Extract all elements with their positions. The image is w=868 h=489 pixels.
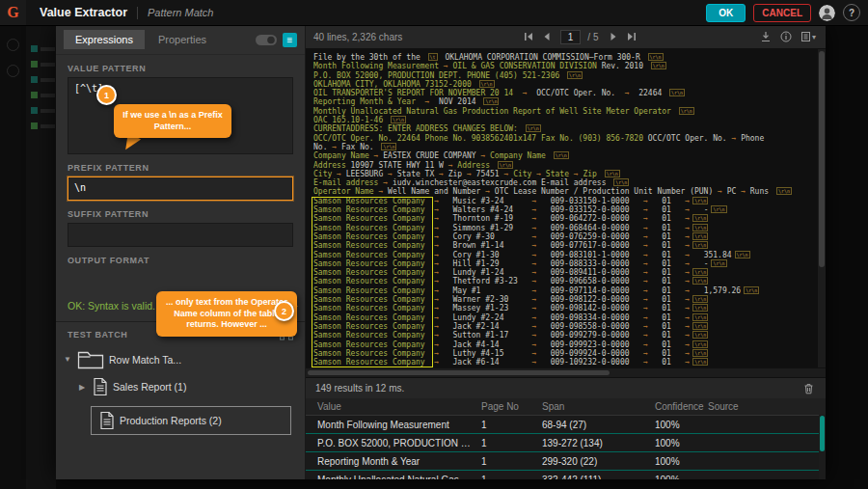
result-row[interactable]: P.O. BOX 52000, PRODUCTION DEPT. PHO...1…: [306, 434, 826, 452]
document-line: Samson Resources Company → Massey #1-23 …: [313, 304, 818, 312]
result-cell-confidence: 100%: [655, 475, 708, 479]
result-cell-page: 1: [481, 456, 542, 467]
result-cell-confidence: 100%: [655, 456, 708, 467]
results-table: Value Page No Span Confidence Source Mon…: [306, 398, 826, 479]
tree-item-batch-folder[interactable]: ▼ Row Match Ta...: [56, 349, 305, 369]
cancel-button[interactable]: CANCEL: [753, 4, 811, 22]
first-page-icon[interactable]: [522, 32, 535, 41]
tree-item-production-reports[interactable]: Production Reports (2): [91, 406, 291, 435]
next-page-icon[interactable]: [607, 32, 620, 41]
highlight-mode-icon[interactable]: ≡: [283, 33, 297, 47]
scrollbar-thumb[interactable]: [820, 416, 825, 451]
tab-expressions[interactable]: Expressions: [64, 30, 145, 49]
document-line: E-mail address → iudv.winchester@eastexc…: [313, 178, 818, 187]
app-logo-letter: G: [7, 4, 18, 21]
info-icon[interactable]: [778, 31, 794, 42]
results-header: Value Page No Span Confidence Source: [306, 398, 826, 416]
toggle-icon[interactable]: [256, 35, 277, 45]
column-header-page-no[interactable]: Page No: [481, 401, 542, 412]
result-cell-confidence: 100%: [655, 420, 708, 430]
chevron-right-icon[interactable]: ▶: [79, 383, 88, 392]
prefix-pattern-label: PREFIX PATTERN: [68, 163, 293, 173]
document-line: Samson Resources Company → Thornton #-19…: [313, 214, 818, 223]
document-line: Samson Resources Company → Simmons #1-29…: [313, 224, 818, 232]
pages-menu-icon[interactable]: ▾: [799, 31, 818, 42]
value-extractor-dialog: Expressions Properties ≡ VALUE PATTERN […: [56, 25, 826, 479]
scrollbar-thumb[interactable]: [819, 51, 825, 267]
tree-item-label: Production Reports (2): [120, 415, 222, 426]
result-row[interactable]: Month Following Measurement168-94 (27)10…: [306, 416, 826, 434]
document-line: OCC/OTC Oper. No. 22464 Phone No. 903856…: [313, 134, 818, 143]
prev-page-icon[interactable]: [540, 32, 554, 41]
background-tree-item: [31, 45, 56, 52]
result-cell-page: 1: [481, 475, 542, 479]
column-header-confidence[interactable]: Confidence: [655, 401, 708, 412]
document-line: Samson Resources Company → Luthy #4-15 →…: [313, 349, 818, 358]
document-line: OIL TRANSPORTER'S REPORT FOR NOVEMBER 20…: [313, 89, 818, 97]
viewer-vscrollbar[interactable]: [818, 49, 826, 367]
last-page-icon[interactable]: [625, 32, 638, 41]
tree-item-sales-report[interactable]: ▶ Sales Report (1): [56, 377, 305, 396]
document-line: Samson Resources Company → Cory #1-30 → …: [313, 251, 818, 259]
result-cell-value: Monthly Unallocated Natural Gas Producti…: [317, 475, 481, 479]
output-format-input[interactable]: [56, 269, 305, 288]
value-pattern-label: VALUE PATTERN: [68, 64, 293, 73]
trash-icon[interactable]: [801, 383, 816, 394]
background-tree-item: [31, 76, 56, 83]
title-divider: [137, 7, 138, 19]
tree-item-label: Sales Report (1): [113, 381, 186, 393]
page-number-input[interactable]: 1: [560, 30, 582, 44]
viewer-hscrollbar[interactable]: [306, 367, 826, 377]
result-row[interactable]: Reporting Month & Year1299-320 (22)100%: [306, 452, 826, 471]
document-line: Samson Resources Company → Sutton #1-17 …: [313, 331, 818, 340]
column-header-source[interactable]: Source: [708, 401, 826, 412]
titlebar-actions: OK CANCEL ?: [706, 4, 868, 22]
document-line: Samson Resources Company → Cory #-30 → 0…: [313, 232, 818, 241]
document-viewer[interactable]: File by the 30th of the \t OKLAHOMA CORP…: [306, 49, 826, 367]
results-status-bar: 149 results in 12 ms.: [306, 377, 826, 398]
document-line: Monthly Unallocated Natural Gas Producti…: [313, 107, 818, 116]
expressions-panel: Expressions Properties ≡ VALUE PATTERN […: [56, 25, 306, 479]
column-header-span[interactable]: Span: [542, 401, 655, 412]
document-line: P.O. BOX 52000, PRODUCTION DEPT. PHONE (…: [313, 71, 818, 80]
test-batch-tree: ▼ Row Match Ta... ▶ Sales Report (1) Pro…: [56, 345, 305, 479]
document-line: Samson Resources Company → Lundy #2-24 →…: [313, 313, 818, 322]
results-scrollbar[interactable]: [819, 415, 826, 479]
document-line: Reporting Month & Year → NOV 2014 \r\n: [313, 97, 818, 106]
results-count: 149 results in 12 ms.: [315, 383, 404, 394]
download-icon[interactable]: [758, 31, 773, 42]
user-avatar-icon[interactable]: [819, 5, 835, 21]
chevron-down-icon[interactable]: ▼: [64, 355, 72, 364]
result-cell-confidence: 100%: [655, 438, 708, 448]
background-tree-item: [31, 61, 56, 68]
scrollbar-thumb[interactable]: [308, 370, 610, 375]
output-format-label: OUTPUT FORMAT: [68, 256, 293, 265]
result-cell-span: 68-94 (27): [542, 420, 655, 430]
result-cell-page: 1: [481, 438, 542, 448]
result-cell-value: P.O. BOX 52000, PRODUCTION DEPT. PHO...: [317, 438, 481, 448]
suffix-pattern-input[interactable]: [68, 223, 293, 247]
app-logo[interactable]: G: [0, 0, 26, 25]
document-line: CURRENTADDRESS: ENTER ADDRESS CHANGES BE…: [313, 124, 818, 133]
title-bar: G Value Extractor Pattern Match OK CANCE…: [0, 0, 868, 26]
dialog-title: Value Extractor: [40, 6, 127, 19]
ok-button[interactable]: OK: [706, 4, 746, 22]
document-line: Samson Resources Company → May #1 → 009-…: [313, 286, 818, 295]
document-line: Samson Resources Company → Brown #1-14 →…: [313, 241, 818, 250]
prefix-pattern-input[interactable]: \n: [68, 177, 293, 201]
background-tree-item: [31, 92, 56, 98]
tab-properties[interactable]: Properties: [149, 30, 216, 49]
dialog-subtitle: Pattern Match: [148, 7, 213, 18]
document-line: Address 10907 STATE HWY 11 W → Address \…: [313, 161, 818, 170]
column-header-value[interactable]: Value: [317, 401, 481, 412]
document-line: Samson Resources Company → Jack #4-14 → …: [313, 340, 818, 349]
result-row[interactable]: Monthly Unallocated Natural Gas Producti…: [306, 471, 826, 479]
document-line: Company Name → EASTEX CRUDE COMPANY → Co…: [313, 151, 818, 160]
document-line: Samson Resources Company → Music #3-24 →…: [313, 197, 818, 205]
result-cell-source: [708, 420, 826, 430]
document-icon: [93, 377, 108, 396]
document-line: Month Following Measurement → OIL & GAS …: [313, 62, 818, 70]
result-cell-source: [708, 456, 826, 467]
help-icon[interactable]: ?: [843, 4, 860, 21]
result-cell-page: 1: [481, 420, 542, 430]
